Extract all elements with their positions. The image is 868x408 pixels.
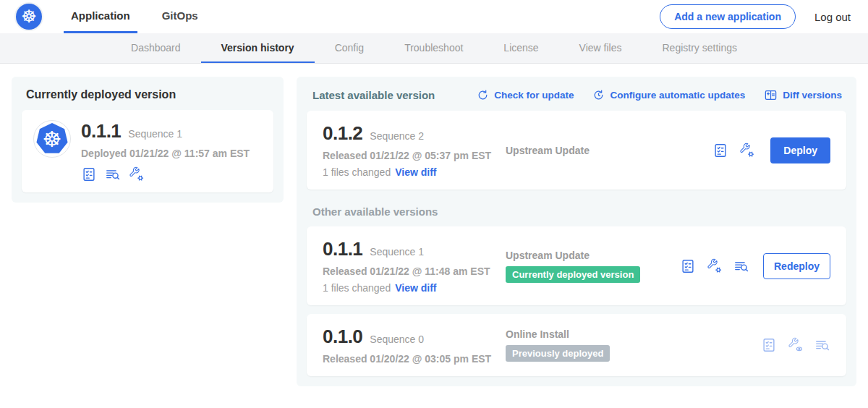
redeploy-button[interactable]: Redeploy: [763, 253, 830, 279]
tab-gitops[interactable]: GitOps: [155, 0, 205, 33]
subnav-tab-label: Troubleshoot: [404, 42, 463, 54]
files-changed-label: 1 files changed: [323, 282, 391, 294]
logs-icon[interactable]: [814, 337, 830, 353]
check-for-update-label: Check for update: [494, 90, 574, 101]
subnav-tab-label: View files: [579, 42, 622, 54]
view-diff-link[interactable]: View diff: [395, 282, 436, 294]
release-notes-icon[interactable]: [712, 143, 728, 158]
release-notes-icon[interactable]: [680, 258, 696, 274]
logs-icon[interactable]: [105, 166, 121, 182]
available-versions-panel: Latest available version Check for updat…: [297, 77, 856, 386]
version-sequence: Sequence 1: [370, 246, 424, 258]
subnav-tab-label: Version history: [221, 42, 294, 54]
version-number: 0.1.0: [323, 326, 362, 348]
other-available-title: Other available versions: [312, 205, 846, 218]
version-actions: [761, 337, 830, 353]
version-sequence: Sequence 2: [370, 130, 424, 142]
version-actions: Deploy: [712, 137, 830, 163]
deploy-button[interactable]: Deploy: [770, 137, 830, 163]
release-notes-icon[interactable]: [81, 166, 97, 182]
add-application-button[interactable]: Add a new application: [660, 4, 796, 29]
version-source: Upstream Update: [493, 145, 712, 156]
version-info: 0.1.0 Sequence 0 Released 01/20/22 @ 03:…: [323, 326, 493, 365]
app-logo: ☸: [33, 120, 71, 158]
config-icon[interactable]: [129, 166, 145, 182]
check-for-update-link[interactable]: Check for update: [477, 89, 574, 101]
tab-gitops-label: GitOps: [162, 9, 198, 22]
kubernetes-helm-icon: ☸: [34, 121, 70, 157]
deployed-version-number: 0.1.1: [81, 120, 121, 143]
deployed-sequence: Sequence 1: [128, 128, 182, 140]
top-header: ☸ Application GitOps Add a new applicati…: [0, 0, 868, 33]
header-spacer: [223, 0, 660, 33]
version-actions: Redeploy: [680, 253, 830, 279]
version-info: 0.1.1 Sequence 1 Released 01/21/22 @ 11:…: [323, 238, 493, 294]
subnav-tab-view-files[interactable]: View files: [559, 33, 642, 63]
subnav-tab-label: Registry settings: [663, 42, 737, 54]
latest-available-title: Latest available version: [312, 89, 458, 101]
kubernetes-helm-icon: ☸: [16, 4, 42, 30]
refresh-icon: [477, 89, 489, 101]
version-sequence: Sequence 0: [370, 333, 424, 345]
subnav-tab-label: Dashboard: [131, 42, 181, 54]
version-number: 0.1.1: [323, 238, 362, 260]
diff-icon: [764, 88, 778, 102]
released-timestamp: Released 01/21/22 @ 05:37 pm EST: [323, 150, 493, 161]
previously-deployed-badge: Previously deployed: [506, 345, 610, 362]
version-source: Upstream Update Currently deployed versi…: [493, 250, 680, 283]
source-label: Upstream Update: [506, 250, 590, 261]
diff-versions-link[interactable]: Diff versions: [764, 88, 842, 102]
release-notes-icon[interactable]: [761, 337, 777, 353]
version-card: 0.1.1 Sequence 1 Released 01/21/22 @ 11:…: [307, 226, 846, 305]
diff-versions-label: Diff versions: [783, 90, 842, 101]
view-config-icon[interactable]: [788, 337, 804, 353]
version-source: Online Install Previously deployed: [493, 328, 761, 362]
deployed-version-card: ☸ 0.1.1 Sequence 1 Deployed 01/21/22 @ 1…: [22, 110, 273, 192]
released-timestamp: Released 01/21/22 @ 11:48 am EST: [323, 265, 493, 277]
config-icon[interactable]: [739, 143, 755, 158]
auto-update-icon: [592, 89, 605, 101]
currently-deployed-panel: Currently deployed version ☸ 0.1.1 Seque…: [12, 77, 284, 203]
version-card: 0.1.0 Sequence 0 Released 01/20/22 @ 03:…: [307, 314, 846, 376]
subnav-tab-registry-settings[interactable]: Registry settings: [642, 33, 757, 63]
currently-deployed-badge: Currently deployed version: [506, 266, 640, 283]
subnav-tab-version-history[interactable]: Version history: [201, 33, 315, 63]
available-versions-header: Latest available version Check for updat…: [307, 87, 846, 102]
view-diff-link[interactable]: View diff: [395, 166, 436, 178]
logout-link[interactable]: Log out: [814, 11, 851, 23]
deployed-version-body: 0.1.1 Sequence 1 Deployed 01/21/22 @ 11:…: [81, 120, 250, 182]
logs-icon[interactable]: [733, 258, 749, 274]
subnav-tab-config[interactable]: Config: [315, 33, 384, 63]
subnav-tab-label: Config: [335, 42, 364, 54]
tab-application-label: Application: [71, 9, 130, 22]
subnav-tab-troubleshoot[interactable]: Troubleshoot: [384, 33, 483, 63]
version-info: 0.1.2 Sequence 2 Released 01/21/22 @ 05:…: [323, 122, 493, 178]
header-tabs: Application GitOps: [64, 0, 223, 33]
deployed-actions: [81, 166, 250, 182]
source-label: Upstream Update: [506, 145, 590, 156]
configure-automatic-updates-label: Configure automatic updates: [610, 90, 745, 101]
subnav-tab-label: License: [503, 42, 538, 54]
source-label: Online Install: [506, 328, 569, 340]
app-subnav: Dashboard Version history Config Trouble…: [0, 33, 868, 64]
deployed-timestamp: Deployed 01/21/22 @ 11:57 am EST: [81, 148, 250, 159]
configure-automatic-updates-link[interactable]: Configure automatic updates: [592, 89, 745, 101]
currently-deployed-title: Currently deployed version: [26, 88, 273, 101]
subnav-tab-license[interactable]: License: [483, 33, 558, 63]
files-changed-label: 1 files changed: [323, 166, 391, 178]
version-card: 0.1.2 Sequence 2 Released 01/21/22 @ 05:…: [307, 111, 846, 190]
main-content: Currently deployed version ☸ 0.1.1 Seque…: [0, 64, 868, 386]
tab-application[interactable]: Application: [64, 0, 137, 33]
released-timestamp: Released 01/20/22 @ 03:05 pm EST: [323, 353, 493, 365]
version-number: 0.1.2: [323, 122, 362, 145]
subnav-tab-dashboard[interactable]: Dashboard: [111, 33, 201, 63]
config-icon[interactable]: [707, 258, 723, 274]
